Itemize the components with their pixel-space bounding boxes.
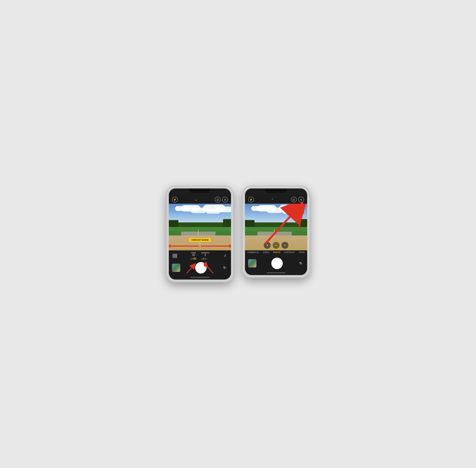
flash-icon-2: ⚡ [249, 198, 253, 201]
filter-toggle-button[interactable] [172, 253, 178, 259]
red-arrow-left-annotation [182, 262, 196, 274]
flip-icon-2: ↻ [299, 261, 302, 265]
zoom-ring-button-2[interactable]: ⊙ [298, 197, 304, 203]
volume-up-button[interactable] [165, 199, 166, 205]
zoom-0-5-button[interactable]: .5 [264, 242, 271, 249]
viewfinder-2[interactable]: .5 1× 3 [245, 204, 307, 250]
flash-button-2[interactable]: ⚡ [248, 197, 254, 203]
phone-2: ⚡ ^ ◫ ⊙ [243, 186, 309, 277]
camera-controls-2: ↻ [245, 255, 307, 271]
capture-row: ↻ [172, 261, 228, 275]
vibrant-warm-label: VIBRANT WARM [191, 239, 209, 241]
layers-icon [172, 253, 177, 258]
filter-row: TONE 76 [172, 252, 228, 260]
home-indicator-2 [245, 271, 307, 275]
chevron-up-toggle[interactable]: ^ [272, 198, 273, 201]
notch [190, 189, 210, 193]
phone-1: ⚡ ⌄ ◫ ⊙ [167, 186, 233, 282]
flash-icon: ⚡ [173, 198, 177, 201]
svg-rect-2 [173, 257, 177, 258]
camera-scene-2: .5 1× 3 [245, 204, 307, 250]
capture-row-2: ↻ [248, 256, 304, 270]
tone-control[interactable]: TONE 76 [190, 252, 196, 260]
home-bar-2 [267, 273, 286, 273]
live-photo-icon-2: ◫ [293, 198, 295, 201]
warmth-slider[interactable] [201, 257, 209, 260]
power-button[interactable] [234, 201, 235, 210]
vibrant-warm-badge: VIBRANT WARM [189, 238, 211, 242]
top-right-icons: ◫ ⊙ [215, 197, 228, 203]
reset-button[interactable]: ↺ [222, 253, 228, 259]
arrow-line-right [201, 246, 230, 247]
arrow-line-left [170, 246, 199, 247]
fence-post [198, 229, 198, 236]
mode-pano[interactable]: PANO [299, 251, 305, 253]
cloud-6 [215, 206, 231, 212]
camera-controls-toggle[interactable]: ⌄ [195, 198, 198, 202]
shutter-button[interactable] [195, 262, 207, 274]
phone2-screen: ⚡ ^ ◫ ⊙ [245, 189, 307, 275]
reset-icon: ↺ [224, 254, 226, 258]
zoom-1x-button[interactable]: 1× [273, 242, 280, 249]
mode-cinematic[interactable]: CINEMATIC [247, 251, 259, 253]
thumbnail-image-2 [248, 259, 256, 267]
zoom-controls: .5 1× 3 [245, 242, 307, 249]
filter-controls-panel: TONE 76 [169, 250, 231, 276]
volume-up-button-2[interactable] [241, 199, 242, 205]
power-button-2[interactable] [310, 201, 311, 210]
warmth-control[interactable]: WARMTH 5 [201, 252, 209, 260]
volume-down-button[interactable] [165, 206, 166, 212]
gallery-thumbnail[interactable] [172, 264, 180, 272]
tone-label: TONE [190, 252, 196, 254]
gallery-thumbnail-2[interactable] [248, 259, 256, 267]
tone-value: 76 [190, 254, 196, 257]
svg-line-4 [206, 265, 213, 273]
live-photo-button[interactable]: ◫ [215, 197, 221, 203]
arrowhead-left [169, 244, 170, 248]
mode-photo[interactable]: PHOTO [273, 251, 281, 253]
phone1-screen: ⚡ ⌄ ◫ ⊙ [169, 189, 231, 279]
arrowhead-right [229, 244, 231, 248]
flip-icon: ↻ [223, 266, 226, 270]
camera-scene: VIBRANT WARM [169, 204, 231, 250]
chevron-down-icon: ⌄ [195, 198, 198, 202]
dot-indicator [199, 243, 200, 244]
zoom-ring-button[interactable]: ⊙ [222, 197, 228, 203]
top-right-icons-2: ◫ ⊙ [291, 197, 304, 203]
flash-button[interactable]: ⚡ [172, 197, 178, 203]
mode-video[interactable]: VIDEO [263, 251, 269, 253]
home-bar [190, 277, 209, 278]
main-container: ⚡ ⌄ ◫ ⊙ [167, 186, 309, 282]
volume-down-button-2[interactable] [241, 206, 242, 212]
camera-top-bar-2: ⚡ ^ ◫ ⊙ [245, 195, 307, 204]
zoom-icon-2: ⊙ [300, 198, 302, 201]
shutter-button-2[interactable] [271, 258, 283, 269]
home-indicator [169, 276, 231, 279]
mode-selector-row: CINEMATIC VIDEO PHOTO PORTRAIT PANO [245, 250, 307, 255]
chevron-up-icon: ^ [272, 198, 273, 201]
swipe-arrow-container [169, 246, 231, 247]
tone-slider[interactable] [190, 257, 196, 260]
svg-rect-0 [173, 254, 177, 255]
fence-post-2 [274, 229, 275, 236]
camera-top-bar: ⚡ ⌄ ◫ ⊙ [169, 195, 231, 204]
cloud-2-5 [282, 209, 297, 214]
flip-camera-button[interactable]: ↻ [222, 265, 228, 271]
flip-camera-button-2[interactable]: ↻ [298, 260, 304, 266]
svg-line-3 [187, 265, 194, 273]
live-photo-button-2[interactable]: ◫ [291, 197, 297, 203]
thumbnail-image [172, 264, 180, 272]
mode-portrait[interactable]: PORTRAIT [284, 251, 295, 253]
warmth-label: WARMTH [201, 252, 209, 254]
zoom-3x-button[interactable]: 3 [282, 242, 288, 249]
zoom-icon: ⊙ [224, 198, 226, 201]
viewfinder[interactable]: VIBRANT WARM [169, 204, 231, 250]
live-photo-icon: ◫ [217, 198, 219, 201]
tone-warmth-controls: TONE 76 [178, 252, 222, 260]
svg-rect-1 [173, 255, 177, 256]
notch-2 [266, 189, 286, 193]
warmth-value: 5 [201, 254, 209, 257]
